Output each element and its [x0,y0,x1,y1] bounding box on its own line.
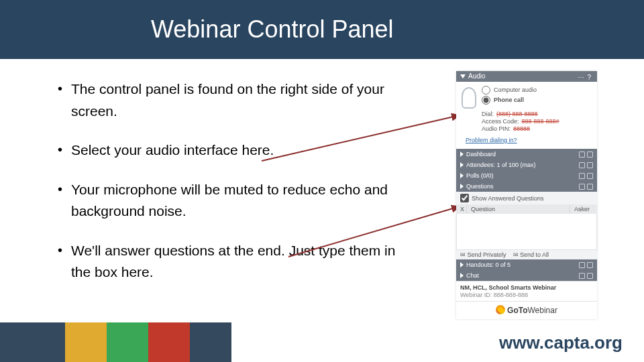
panel-section-audio-header[interactable]: Audio ⋯ ? [456,71,597,82]
value-redacted: 888-888-888# [522,118,559,125]
section-chat[interactable]: Chat [456,270,597,281]
webinar-id: Webinar ID: 888-888-888 [460,292,593,298]
window-controls[interactable] [579,173,593,179]
chevron-down-icon [460,74,466,78]
questions-toolbar: Show Answered Questions [456,192,597,204]
bullet-item: The control panel is found on the right … [54,78,402,122]
chevron-right-icon [460,162,464,168]
show-answered-toggle[interactable]: Show Answered Questions [460,194,544,202]
window-controls[interactable] [579,162,593,168]
logo-text: Webinar [527,306,557,315]
label: Dial: [482,111,494,117]
value-redacted: 88888 [513,125,530,132]
section-title: Handouts: 0 of 5 [466,259,511,270]
window-controls[interactable] [579,262,593,268]
option-label: Phone call [494,97,524,105]
collapsed-sections: Dashboard Attendees: 1 of 100 (max) Poll… [456,149,597,192]
problem-dialing-link[interactable]: Problem dialing in? [466,137,517,143]
chevron-right-icon [460,173,464,178]
option-label: Computer audio [494,86,537,95]
window-controls[interactable] [579,273,593,279]
footer-color-bars [0,322,231,362]
audio-options: Computer audio Phone call Dial:(888) 888… [456,82,597,149]
chevron-right-icon [460,273,464,278]
gotowebinar-branding: GoToWebinar [456,301,597,319]
section-title: Polls (0/0) [466,170,494,181]
send-controls: Send Privately Send to All [456,250,597,259]
label: Show Answered Questions [472,195,544,202]
send-privately-button[interactable]: Send Privately [460,251,506,258]
more-help-icons[interactable]: ⋯ ? [578,72,592,83]
col-question: Question [467,204,570,214]
dial-in-info: Dial:(888) 888-8888 Access Code:888-888-… [482,111,592,132]
bullet-list: The control panel is found on the right … [54,78,402,301]
section-polls[interactable]: Polls (0/0) [456,170,597,181]
questions-list[interactable] [456,214,597,250]
slide-title: Webinar Control Panel [151,15,394,44]
section-title: Dashboard [466,149,496,160]
chevron-down-icon [460,184,464,189]
audio-option-computer[interactable]: Computer audio [482,86,537,95]
section-dashboard[interactable]: Dashboard [456,149,597,160]
label: Access Code: [482,118,519,125]
questions-columns: X Question Asker [456,204,597,214]
label: Audio PIN: [482,125,511,132]
webinar-panel: Audio ⋯ ? Computer audio Phone call Dial… [456,71,597,319]
audio-option-phone[interactable]: Phone call [482,96,537,105]
phone-icon [462,87,476,109]
chevron-right-icon [460,262,464,267]
slide-header: Webinar Control Panel [0,0,644,59]
section-handouts[interactable]: Handouts: 0 of 5 [456,259,597,270]
section-title: Questions [466,181,494,192]
section-attendees[interactable]: Attendees: 1 of 100 (max) [456,160,597,170]
footer-url: www.capta.org [499,333,623,353]
bullet-item: Select your audio interface here. [54,139,402,162]
section-title: Audio [468,71,486,82]
meeting-info: NM, HCL, School Smarts Webinar Webinar I… [456,281,597,301]
bullet-item: We'll answer questions at the end. Just … [54,240,402,284]
chevron-right-icon [460,152,464,157]
col-x: X [456,204,467,214]
window-controls[interactable] [579,184,593,190]
send-to-all-button[interactable]: Send to All [513,251,549,258]
value-redacted: (888) 888-8888 [496,111,538,117]
section-title: Attendees: 1 of 100 (max) [466,160,536,170]
logo-text-bold: GoTo [507,306,527,315]
section-title: Chat [466,270,479,281]
bullet-item: Your microphone will be muted to reduce … [54,179,402,223]
section-questions-header[interactable]: Questions [456,181,597,192]
window-controls[interactable] [579,152,593,158]
meeting-title: NM, HCL, School Smarts Webinar [460,284,593,291]
col-asker: Asker [570,204,597,214]
gotowebinar-logo-icon [496,305,505,314]
